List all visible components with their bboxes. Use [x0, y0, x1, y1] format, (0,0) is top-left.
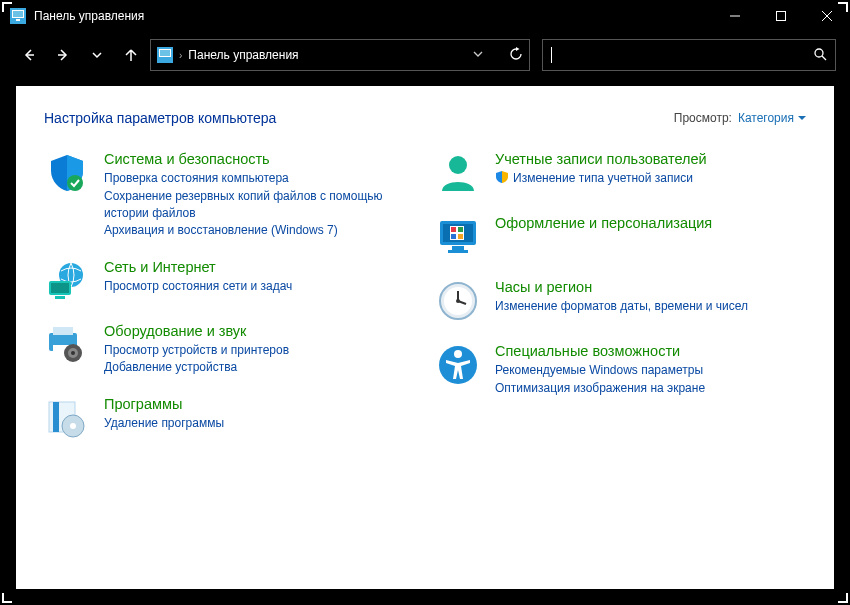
text-caret [551, 47, 552, 63]
refresh-button[interactable] [509, 47, 523, 64]
category-title[interactable]: Оборудование и звук [104, 322, 415, 340]
recent-dropdown-button[interactable] [82, 40, 112, 70]
category-link[interactable]: Просмотр устройств и принтеров [104, 342, 415, 359]
crop-corner [2, 593, 12, 603]
view-by-dropdown[interactable]: Категория [738, 111, 806, 125]
control-panel-icon [157, 47, 173, 63]
view-by-label: Просмотр: [674, 111, 732, 125]
left-column: Система и безопасность Проверка состояни… [44, 150, 415, 459]
category-system-security: Система и безопасность Проверка состояни… [44, 150, 415, 240]
svg-point-13 [815, 49, 823, 57]
search-icon[interactable] [813, 47, 827, 64]
svg-line-14 [822, 56, 826, 60]
category-columns: Система и безопасность Проверка состояни… [44, 150, 806, 459]
category-title[interactable]: Система и безопасность [104, 150, 415, 168]
svg-point-15 [67, 175, 83, 191]
category-link[interactable]: Рекомендуемые Windows параметры [495, 362, 806, 379]
category-link[interactable]: Оптимизация изображения на экране [495, 380, 806, 397]
svg-point-45 [456, 299, 460, 303]
svg-rect-40 [448, 250, 468, 253]
category-title[interactable]: Оформление и персонализация [495, 214, 806, 232]
crop-corner [838, 593, 848, 603]
page-title: Настройка параметров компьютера [44, 110, 276, 126]
svg-rect-18 [51, 283, 69, 293]
printer-camera-icon[interactable] [44, 322, 90, 368]
address-bar[interactable]: › Панель управления [150, 39, 530, 71]
window-title: Панель управления [34, 9, 144, 23]
svg-rect-38 [458, 234, 463, 239]
category-hardware-sound: Оборудование и звук Просмотр устройств и… [44, 322, 415, 377]
category-user-accounts: Учетные записи пользователей Изменение т… [435, 150, 806, 196]
forward-button[interactable] [48, 40, 78, 70]
category-link[interactable]: Сохранение резервных копий файлов с помо… [104, 188, 415, 223]
shield-icon[interactable] [44, 150, 90, 196]
chevron-down-icon[interactable] [473, 48, 483, 62]
personalization-icon[interactable] [435, 214, 481, 260]
svg-rect-37 [451, 234, 456, 239]
category-link[interactable]: Добавление устройства [104, 359, 415, 376]
category-appearance: Оформление и персонализация [435, 214, 806, 260]
category-link[interactable]: Архивация и восстановление (Windows 7) [104, 222, 415, 239]
category-title[interactable]: Программы [104, 395, 415, 413]
category-link[interactable]: Проверка состояния компьютера [104, 170, 415, 187]
user-icon[interactable] [435, 150, 481, 196]
svg-point-31 [449, 156, 467, 174]
category-link[interactable]: Изменение типа учетной записи [495, 170, 806, 187]
svg-rect-21 [53, 327, 73, 335]
category-link[interactable]: Изменение форматов даты, времени и чисел [495, 298, 806, 315]
svg-rect-39 [452, 246, 464, 250]
svg-rect-36 [458, 227, 463, 232]
category-title[interactable]: Часы и регион [495, 278, 806, 296]
category-title[interactable]: Специальные возможности [495, 342, 806, 360]
svg-point-47 [454, 350, 462, 358]
programs-icon[interactable] [44, 395, 90, 441]
control-panel-icon [10, 8, 26, 24]
crop-corner [2, 2, 12, 12]
up-button[interactable] [116, 40, 146, 70]
heading-row: Настройка параметров компьютера Просмотр… [44, 110, 806, 126]
search-input[interactable] [542, 39, 836, 71]
category-link[interactable]: Просмотр состояния сети и задач [104, 278, 415, 295]
svg-point-25 [71, 351, 75, 355]
svg-rect-35 [451, 227, 456, 232]
category-title[interactable]: Сеть и Интернет [104, 258, 415, 276]
category-link[interactable]: Удаление программы [104, 415, 415, 432]
maximize-button[interactable] [758, 0, 804, 32]
category-accessibility: Специальные возможности Рекомендуемые Wi… [435, 342, 806, 397]
view-by-value: Категория [738, 111, 794, 125]
uac-shield-icon [495, 170, 509, 184]
svg-rect-27 [53, 402, 59, 432]
svg-point-30 [70, 423, 76, 429]
globe-network-icon[interactable] [44, 258, 90, 304]
svg-rect-3 [16, 19, 20, 21]
nav-toolbar: › Панель управления [0, 32, 850, 78]
category-network: Сеть и Интернет Просмотр состояния сети … [44, 258, 415, 304]
right-column: Учетные записи пользователей Изменение т… [435, 150, 806, 459]
breadcrumb[interactable]: Панель управления [188, 48, 298, 62]
category-title[interactable]: Учетные записи пользователей [495, 150, 806, 168]
chevron-right-icon[interactable]: › [179, 50, 182, 61]
category-programs: Программы Удаление программы [44, 395, 415, 441]
crop-corner [838, 2, 848, 12]
accessibility-icon[interactable] [435, 342, 481, 388]
minimize-button[interactable] [712, 0, 758, 32]
title-bar: Панель управления [0, 0, 850, 32]
svg-rect-5 [777, 12, 786, 21]
svg-rect-2 [13, 11, 23, 17]
category-clock-region: Часы и регион Изменение форматов даты, в… [435, 278, 806, 324]
content-area: Настройка параметров компьютера Просмотр… [16, 86, 834, 589]
svg-rect-19 [55, 296, 65, 299]
svg-rect-12 [160, 50, 170, 56]
clock-icon[interactable] [435, 278, 481, 324]
window: Панель управления › Панель управления [0, 0, 850, 605]
back-button[interactable] [14, 40, 44, 70]
